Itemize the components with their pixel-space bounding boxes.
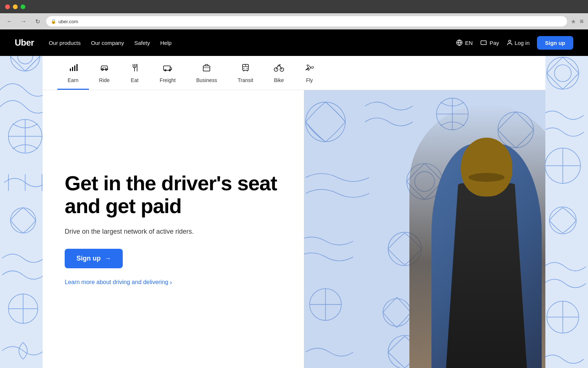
hero-signup-arrow: → (104, 255, 111, 262)
lang-label: EN (465, 40, 473, 46)
tab-business-label: Business (196, 77, 217, 83)
maximize-dot[interactable] (21, 4, 25, 9)
nav-our-products[interactable]: Our products (49, 40, 81, 46)
hero-left-panel: Get in the driver's seat and get paid Dr… (43, 90, 304, 368)
browser-toolbar: ← → ↻ 🔒 uber.com ★ ≡ (0, 13, 588, 29)
earn-icon (69, 63, 78, 74)
hero-heading: Get in the driver's seat and get paid (65, 172, 282, 217)
tab-freight[interactable]: Freight (149, 56, 186, 90)
wallet-icon (480, 39, 487, 46)
uber-logo[interactable]: Uber (15, 38, 34, 48)
pay-label: Pay (490, 40, 499, 46)
minimize-dot[interactable] (13, 4, 18, 9)
login-button[interactable]: Log in (506, 39, 530, 46)
tab-earn-label: Earn (68, 77, 79, 83)
url-text: uber.com (58, 19, 563, 24)
hero-content-area: Get in the driver's seat and get paid Dr… (43, 90, 545, 368)
freight-icon (163, 63, 172, 74)
tab-bike[interactable]: Bike (263, 56, 294, 90)
nav-right: EN Pay Log in Sign up (456, 36, 573, 50)
hero-right-panel (304, 90, 545, 368)
svg-rect-1 (481, 41, 487, 45)
bike-icon (274, 63, 284, 74)
lock-icon: 🔒 (51, 19, 56, 24)
learn-more-label: Learn more about driving and delivering (65, 279, 168, 286)
tab-bike-label: Bike (274, 77, 284, 83)
learn-more-arrow: › (170, 279, 172, 286)
close-dot[interactable] (5, 4, 10, 9)
hero-subtext: Drive on the largest network of active r… (65, 228, 282, 236)
login-label: Log in (514, 40, 530, 46)
address-bar[interactable]: 🔒 uber.com (46, 16, 567, 26)
language-selector[interactable]: EN (456, 39, 473, 46)
nav-safety[interactable]: Safety (134, 40, 150, 46)
tab-eat[interactable]: Eat (120, 56, 149, 90)
pay-button[interactable]: Pay (480, 39, 499, 46)
content-card: Earn Ride (43, 56, 545, 368)
fly-icon (305, 63, 314, 74)
svg-rect-23 (203, 66, 210, 71)
nav-our-company[interactable]: Our company (91, 40, 124, 46)
browser-menu-button[interactable]: ≡ (580, 18, 584, 25)
hero-section: Earn Ride (0, 56, 588, 368)
svg-point-26 (247, 68, 247, 69)
tab-transit[interactable]: Transit (227, 56, 263, 90)
hero-signup-label: Sign up (76, 255, 101, 262)
eat-icon (130, 63, 139, 74)
browser-frame: ← → ↻ 🔒 uber.com ★ ≡ Uber Our products O… (0, 0, 588, 368)
tab-eat-label: Eat (131, 77, 139, 83)
category-tabs: Earn Ride (43, 56, 545, 90)
svg-point-25 (243, 68, 244, 69)
business-icon (202, 63, 211, 74)
refresh-button[interactable]: ↻ (32, 16, 43, 26)
forward-button[interactable]: → (18, 16, 29, 26)
page-content: Uber Our products Our company Safety Hel… (0, 29, 588, 368)
navbar: Uber Our products Our company Safety Hel… (0, 29, 588, 56)
back-button[interactable]: ← (4, 16, 15, 26)
svg-rect-14 (70, 68, 71, 71)
nav-links: Our products Our company Safety Help (49, 40, 445, 46)
browser-titlebar (0, 0, 588, 13)
tab-ride-label: Ride (99, 77, 110, 83)
nav-help[interactable]: Help (160, 40, 172, 46)
nav-signup-button[interactable]: Sign up (537, 36, 573, 50)
globe-icon (456, 39, 463, 46)
tab-fly[interactable]: Fly (294, 56, 325, 90)
svg-point-2 (509, 40, 511, 42)
person-figure (409, 104, 545, 368)
person-icon (506, 39, 513, 46)
svg-rect-17 (76, 64, 78, 71)
transit-icon (241, 63, 250, 74)
hero-signup-button[interactable]: Sign up → (65, 249, 123, 268)
tab-earn[interactable]: Earn (57, 56, 89, 90)
tab-freight-label: Freight (159, 77, 176, 83)
bookmark-button[interactable]: ★ (571, 18, 576, 25)
ride-icon (100, 63, 109, 74)
learn-more-link[interactable]: Learn more about driving and delivering … (65, 279, 282, 286)
tab-fly-label: Fly (306, 77, 313, 83)
svg-rect-16 (74, 66, 75, 71)
hero-photo-background (304, 90, 545, 368)
tab-transit-label: Transit (238, 77, 253, 83)
tab-business[interactable]: Business (186, 56, 227, 90)
svg-rect-15 (72, 67, 73, 71)
tab-ride[interactable]: Ride (89, 56, 120, 90)
